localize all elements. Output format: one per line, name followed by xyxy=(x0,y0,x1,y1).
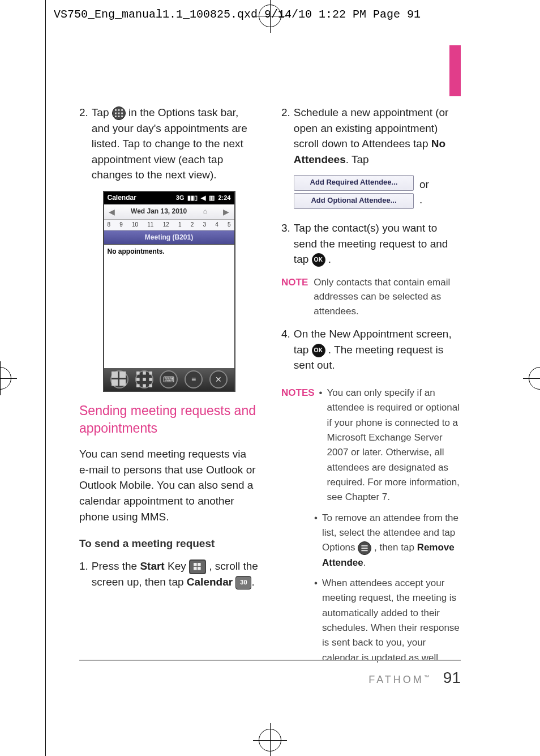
day-cell: 2 xyxy=(191,221,194,229)
svg-rect-17 xyxy=(143,378,146,381)
text: To remove an attendee from the list, sel… xyxy=(322,511,461,570)
step-number: 3. xyxy=(281,220,290,267)
status-icons: 3G ▮▮▯ ◀ ▥ 2:24 xyxy=(176,194,231,203)
calendar-screenshot: Calendar 3G ▮▮▯ ◀ ▥ 2:24 ◀ Wed Jan 13, 2… xyxy=(103,191,235,392)
step-body: On the New Appointment screen, tap OK . … xyxy=(294,326,461,373)
options-menu-icon xyxy=(358,541,371,555)
svg-rect-1 xyxy=(118,109,119,111)
left-column: 2. Tap in the Options task bar, and your… xyxy=(79,105,259,688)
svg-rect-11 xyxy=(112,379,118,386)
phone-status-bar: Calendar 3G ▮▮▯ ◀ ▥ 2:24 xyxy=(104,192,234,204)
network-indicator: 3G xyxy=(176,194,185,203)
section-heading: Sending meeting requests and appointment… xyxy=(79,402,259,437)
current-date: Wed Jan 13, 2010 xyxy=(131,207,187,216)
dock-start-icon xyxy=(110,370,128,388)
svg-rect-19 xyxy=(136,385,140,388)
svg-rect-18 xyxy=(149,378,152,381)
phone-day-strip: 8 9 10 11 12 1 2 3 4 5 xyxy=(104,220,234,231)
brand-text: FATHOM xyxy=(368,674,424,685)
section-tab-marker xyxy=(449,45,461,96)
dock-keyboard-icon: ⌨ xyxy=(160,370,178,388)
app-title: Calendar xyxy=(108,193,136,203)
start-key-icon xyxy=(189,559,206,574)
page-content: 2. Tap in the Options task bar, and your… xyxy=(79,105,461,688)
step-body: Tap in the Options task bar, and your da… xyxy=(92,105,259,183)
text: Tap xyxy=(92,106,112,118)
svg-rect-8 xyxy=(121,116,123,117)
step-body: Tap the contact(s) you want to send the … xyxy=(294,220,461,267)
notes-block: NOTES • You can only specify if an atten… xyxy=(281,386,461,665)
right-step-3: 3. Tap the contact(s) you want to send t… xyxy=(281,220,461,267)
text: , then tap xyxy=(374,542,417,553)
note-text: Only contacts that contain email address… xyxy=(314,275,461,319)
left-step-2: 2. Tap in the Options task bar, and your… xyxy=(79,105,259,183)
trim-line-left xyxy=(45,0,46,756)
step-number: 2. xyxy=(281,105,290,167)
print-slug: VS750_Eng_manual1.1_100825.qxd 9/14/10 1… xyxy=(54,8,421,21)
step-number: 1. xyxy=(79,558,88,590)
page-number: 91 xyxy=(443,669,461,687)
note-single: NOTE Only contacts that contain email ad… xyxy=(281,275,461,319)
attendee-buttons-row: Add Required Attendee... Add Optional At… xyxy=(294,173,461,211)
registration-mark-left xyxy=(0,361,17,395)
right-step-2: 2. Schedule a new appointment (or open a… xyxy=(281,105,461,167)
svg-rect-13 xyxy=(136,371,140,375)
svg-rect-16 xyxy=(136,378,140,381)
text: Schedule a new appointment (or open an e… xyxy=(294,106,449,150)
day-cell: 1 xyxy=(178,221,182,229)
notes-label: NOTES xyxy=(281,386,315,400)
text: . xyxy=(251,576,254,588)
svg-rect-5 xyxy=(121,113,123,114)
svg-rect-10 xyxy=(119,371,126,378)
notes-item-3: • When attendees accept your meeting req… xyxy=(314,576,461,665)
svg-rect-4 xyxy=(118,113,119,114)
phone-dock: ⌨ ≡ ✕ xyxy=(104,368,234,391)
svg-rect-3 xyxy=(115,113,117,114)
svg-rect-14 xyxy=(143,371,146,375)
svg-rect-21 xyxy=(149,385,152,388)
signal-icon: ▮▮▯ xyxy=(187,194,198,203)
text-or: or xyxy=(419,177,429,193)
day-cell: 8 xyxy=(108,221,111,229)
add-required-attendee-button[interactable]: Add Required Attendee... xyxy=(294,175,414,191)
left-step-1: 1. Press the Start Key , scroll the scre… xyxy=(79,558,259,590)
step-body: Press the Start Key , scroll the screen … xyxy=(92,558,259,590)
page-footer: FATHOM™ 91 xyxy=(79,660,461,688)
registration-mark-right xyxy=(523,361,540,395)
day-cell: 10 xyxy=(132,221,138,229)
meeting-banner: Meeting (B201) xyxy=(104,230,234,245)
options-grid-icon xyxy=(112,106,126,120)
svg-rect-6 xyxy=(115,116,117,117)
prev-arrow-icon: ◀ xyxy=(109,206,115,217)
volume-icon: ◀ xyxy=(201,194,205,203)
subsection-heading: To send a meeting request xyxy=(79,536,259,552)
svg-rect-22 xyxy=(194,563,197,566)
svg-rect-25 xyxy=(198,567,201,570)
svg-rect-7 xyxy=(118,116,119,117)
home-icon: ⌂ xyxy=(203,207,207,216)
add-optional-attendee-button[interactable]: Add Optional Attendee... xyxy=(294,193,414,209)
note-label: NOTE xyxy=(281,275,308,319)
notes-item-2: • To remove an attendee from the list, s… xyxy=(314,511,461,570)
step-body: Schedule a new appointment (or open an e… xyxy=(294,105,461,167)
step-number: 2. xyxy=(79,105,88,183)
text: . Tap xyxy=(346,153,369,165)
text: Press the xyxy=(92,560,140,572)
registration-mark-bottom xyxy=(259,729,281,751)
bold: Calendar xyxy=(187,576,233,588)
svg-rect-9 xyxy=(112,371,118,378)
empty-text: No appointments. xyxy=(108,247,165,255)
svg-rect-0 xyxy=(115,109,117,111)
manual-page: VS750_Eng_manual1.1_100825.qxd 9/14/10 1… xyxy=(0,0,540,756)
day-cell: 5 xyxy=(228,221,231,229)
text: . xyxy=(328,253,331,265)
bold: Start xyxy=(140,560,164,572)
bullet-icon: • xyxy=(314,511,318,570)
dock-grid-icon xyxy=(135,370,153,388)
day-cell: 12 xyxy=(163,221,169,229)
day-cell: 4 xyxy=(215,221,218,229)
svg-rect-23 xyxy=(198,563,201,566)
svg-rect-24 xyxy=(194,567,197,570)
text: When attendees accept your meeting reque… xyxy=(322,576,461,665)
notes-head: NOTES • You can only specify if an atten… xyxy=(281,386,461,505)
